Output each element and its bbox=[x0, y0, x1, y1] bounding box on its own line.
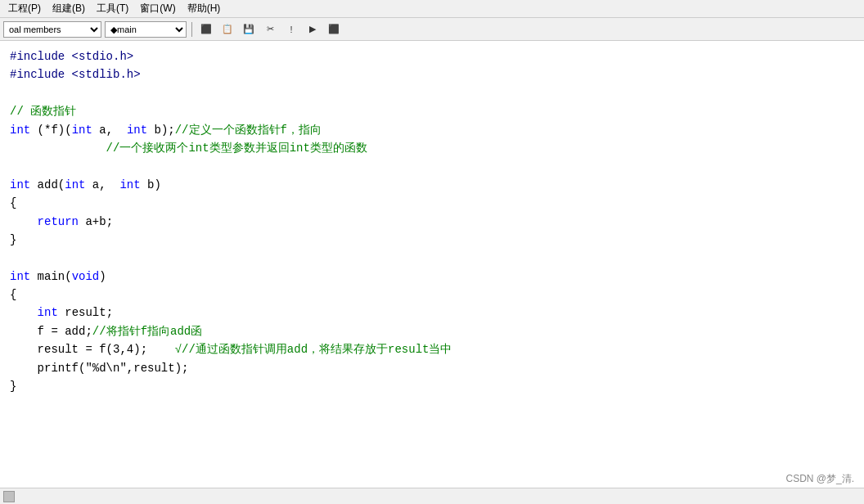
menu-tools[interactable]: 工具(T) bbox=[92, 0, 133, 17]
main-window: 工程(P) 组建(B) 工具(T) 窗口(W) 帮助(H) oal member… bbox=[0, 0, 864, 504]
code-line-17: result = f(3,4); √//通过函数指针调用add，将结果存放于re… bbox=[10, 340, 854, 358]
code-line-11: } bbox=[10, 231, 854, 249]
kw-int-4: int bbox=[10, 178, 30, 191]
code-17-1: result = f(3,4); bbox=[10, 343, 175, 356]
code-line-7 bbox=[10, 157, 854, 175]
brace-open-2: { bbox=[10, 288, 16, 301]
code-16-1: f = add; bbox=[10, 325, 92, 338]
menu-build[interactable]: 组建(B) bbox=[47, 0, 90, 17]
code-18-1: printf("%d\n",result); bbox=[10, 362, 188, 375]
comment-call-ptr: √//通过函数指针调用add，将结果存放于result当中 bbox=[175, 343, 452, 356]
kw-int-1: int bbox=[10, 124, 30, 137]
code-15-1: result; bbox=[58, 306, 113, 319]
toolbar-btn-6[interactable]: ▶ bbox=[304, 21, 322, 38]
brace-open-1: { bbox=[10, 196, 16, 209]
toolbar-btn-5[interactable]: ! bbox=[282, 21, 300, 38]
brace-close-1: } bbox=[10, 233, 16, 246]
kw-return: return bbox=[38, 215, 79, 228]
status-bar bbox=[0, 488, 864, 504]
function-dropdown[interactable]: ◆main bbox=[105, 21, 187, 38]
code-line-12 bbox=[10, 249, 854, 267]
toolbar: oal members ◆main ⬛ 📋 💾 ✂ ! ▶ ⬛ bbox=[0, 18, 864, 41]
kw-void: void bbox=[72, 270, 100, 283]
code-5-2: a, bbox=[92, 124, 127, 137]
code-line-19: } bbox=[10, 377, 854, 395]
code-8-3: b) bbox=[141, 178, 161, 191]
toolbar-btn-7[interactable]: ⬛ bbox=[325, 21, 343, 38]
toolbar-btn-2[interactable]: 📋 bbox=[218, 21, 236, 38]
code-line-15: int result; bbox=[10, 304, 854, 322]
kw-int-5: int bbox=[65, 178, 85, 191]
toolbar-btn-3[interactable]: 💾 bbox=[240, 21, 258, 38]
comment-ptr-cont: //一个接收两个int类型参数并返回int类型的函数 bbox=[10, 142, 367, 155]
code-line-8: int add(int a, int b) bbox=[10, 176, 854, 194]
kw-int-3: int bbox=[127, 124, 147, 137]
status-left bbox=[3, 491, 15, 502]
toolbar-btn-1[interactable]: ⬛ bbox=[197, 21, 215, 38]
comment-assign-ptr: //将指针f指向add函 bbox=[92, 325, 202, 338]
code-5-3: b); bbox=[147, 124, 175, 137]
code-line-5: int (*f)(int a, int b);//定义一个函数指针f，指向 bbox=[10, 121, 854, 139]
code-10-1: a+b; bbox=[79, 215, 113, 228]
members-dropdown[interactable]: oal members bbox=[3, 21, 101, 38]
indent-2 bbox=[10, 306, 38, 319]
menu-help[interactable]: 帮助(H) bbox=[182, 0, 226, 17]
kw-int-7: int bbox=[10, 270, 30, 283]
code-line-16: f = add;//将指针f指向add函 bbox=[10, 322, 854, 340]
code-8-2: a, bbox=[85, 178, 119, 191]
code-line-1: #include <stdio.h> bbox=[10, 47, 854, 65]
code-line-13: int main(void) bbox=[10, 268, 854, 286]
code-line-3 bbox=[10, 84, 854, 102]
code-line-18: printf("%d\n",result); bbox=[10, 359, 854, 377]
code-line-2: #include <stdlib.h> bbox=[10, 65, 854, 83]
code-line-9: { bbox=[10, 194, 854, 212]
comment-define-ptr: //定义一个函数指针f，指向 bbox=[175, 124, 322, 137]
kw-int-6: int bbox=[119, 178, 140, 191]
code-editor[interactable]: #include <stdio.h> #include <stdlib.h> /… bbox=[0, 41, 864, 488]
code-8-1: add( bbox=[30, 178, 65, 191]
code-line-4: // 函数指针 bbox=[10, 102, 854, 120]
include-stdlib: #include <stdlib.h> bbox=[10, 68, 141, 81]
toolbar-btn-4[interactable]: ✂ bbox=[261, 21, 279, 38]
code-13-2: ) bbox=[99, 270, 106, 283]
indent-1 bbox=[10, 215, 38, 228]
watermark: CSDN @梦_清. bbox=[785, 472, 854, 486]
menu-bar: 工程(P) 组建(B) 工具(T) 窗口(W) 帮助(H) bbox=[0, 0, 864, 18]
code-line-10: return a+b; bbox=[10, 213, 854, 231]
comment-func-ptr: // 函数指针 bbox=[10, 105, 76, 118]
code-5-1: (*f)( bbox=[30, 124, 71, 137]
menu-project[interactable]: 工程(P) bbox=[3, 0, 46, 17]
code-line-14: { bbox=[10, 286, 854, 304]
kw-int-2: int bbox=[72, 124, 92, 137]
kw-int-8: int bbox=[38, 306, 58, 319]
code-13-1: main( bbox=[30, 270, 71, 283]
include-stdio: #include <stdio.h> bbox=[10, 50, 133, 63]
menu-window[interactable]: 窗口(W) bbox=[135, 0, 180, 17]
brace-close-2: } bbox=[10, 380, 16, 393]
toolbar-separator-1 bbox=[191, 22, 192, 37]
code-line-6: //一个接收两个int类型参数并返回int类型的函数 bbox=[10, 139, 854, 157]
status-indicator bbox=[3, 491, 15, 502]
